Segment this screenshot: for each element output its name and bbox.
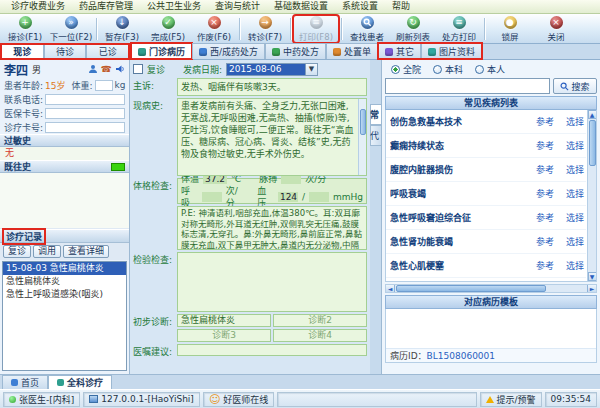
tab-current-patients[interactable]: 现诊 [1,44,44,59]
record-tabs: 门诊病历 西/成药处方 中药处方 处置单 其它 [131,43,482,59]
scrollbar-thumb[interactable] [589,120,596,166]
tab-home[interactable]: 首页 [2,375,48,389]
physical-exam-row: 体格检查: 体温 37.2 ℃ 脉搏 次/分 呼吸 次/分 [133,178,367,250]
reference-link[interactable]: 参考 [536,139,554,152]
diagnosis-1-field[interactable]: 急性扁桃体炎 [177,314,271,327]
alert-status[interactable]: 提示/预警 [480,392,542,407]
reference-link[interactable]: 参考 [536,259,554,272]
recall-button[interactable]: 调用 [33,245,61,258]
select-link[interactable]: 选择 [566,115,584,128]
textarea-scrollbar[interactable] [358,99,366,175]
chief-complaint-field[interactable]: 发热、咽痛伴有咳嗽3天。 [177,78,367,96]
scope-option-hospital[interactable]: 全院 [391,63,421,76]
weight-input[interactable] [95,80,113,91]
scroll-left-icon[interactable]: ◄ [386,285,395,292]
scroll-right-icon[interactable]: ► [587,285,596,292]
revisit-checkbox[interactable] [133,64,143,74]
scope-option-department[interactable]: 本科 [433,63,463,76]
menu-item-query-stats[interactable]: 查询与统计 [208,0,267,13]
disease-name: 急性肾功能衰竭 [390,235,524,248]
refer-button[interactable]: → 转诊(F7) [242,15,288,43]
scrollbar-thumb[interactable] [396,285,546,292]
receive-patient-button[interactable]: + 接诊(F1) [2,15,48,43]
next-patient-button[interactable]: » 下一位(F2) [48,15,94,43]
radio-icon [433,65,442,74]
onset-date-select[interactable]: 2015-08-06 ▼ [226,63,318,76]
find-patient-button[interactable]: 查找患者 [344,15,390,43]
tab-chinese-rx[interactable]: 中药处方 [265,43,326,59]
scope-option-personal[interactable]: 本人 [475,63,505,76]
tab-general-clinic[interactable]: 全科诊疗 [48,375,112,389]
disease-search-input[interactable] [385,78,550,94]
reference-link[interactable]: 参考 [536,187,554,200]
menu-item-help[interactable]: 帮助 [385,0,417,13]
side-tab-common[interactable]: 常 [370,104,382,125]
menu-item-inventory[interactable]: 药品库存管理 [72,0,140,13]
diagnosis-4-field[interactable]: 诊断4 [273,329,367,342]
view-detail-button[interactable]: 查看详细 [63,245,109,258]
menu-item-billing[interactable]: 诊疗收费业务 [4,0,72,13]
menu-item-system[interactable]: 系统设置 [335,0,385,13]
finish-button[interactable]: ✓ 完成(F5) [145,15,191,43]
select-link[interactable]: 选择 [566,211,584,224]
select-link[interactable]: 选择 [566,163,584,176]
tab-western-rx[interactable]: 西/成药处方 [192,43,265,59]
select-link[interactable]: 选择 [566,139,584,152]
lab-exam-field[interactable] [177,252,367,312]
record-id-row[interactable]: 病历ID： BL1508060001 [386,348,596,362]
online-dot-icon [9,396,16,403]
phone-icon[interactable]: ☎ [101,64,112,74]
past-history-area[interactable] [0,173,129,229]
tab-other[interactable]: 其它 [378,43,421,59]
reference-link[interactable]: 参考 [536,211,554,224]
select-link[interactable]: 选择 [566,259,584,272]
chevron-down-icon[interactable]: ▼ [305,64,317,75]
reference-link[interactable]: 参考 [536,163,554,176]
present-illness-field[interactable]: 患者发病前有头痛、全身乏力,无张口困难,无寒战,无呼吸困难,无高热、抽搐(惊厥)… [177,98,367,176]
tab-finished-patients[interactable]: 已诊 [86,44,129,59]
diagnosis-2-field[interactable]: 诊断2 [273,314,367,327]
physical-exam-field[interactable]: P.E: 神清语利,咽部充血,体温380℃。耳:双耳廓对称无畸形,外耳道无红肿,… [177,206,367,250]
lock-screen-button[interactable]: ● 锁屏 [487,15,533,43]
tab-disposal-sheet[interactable]: 处置单 [326,43,378,59]
toolbar-separator [484,18,485,40]
hold-button[interactable]: ↓ 暂存(F3) [99,15,145,43]
rx-print-button[interactable]: ≡ 处方打印 [436,15,482,43]
phone-input[interactable] [45,94,125,105]
diagnosis-3-field[interactable]: 诊断3 [177,329,271,342]
reference-link[interactable]: 参考 [536,235,554,248]
vertical-scrollbar[interactable]: ▲ ▼ [587,110,596,281]
select-link[interactable]: 选择 [566,235,584,248]
revisit-button[interactable]: 复诊 [3,245,31,258]
print-button[interactable]: ≡ 打印(F8) [293,15,339,43]
resp-value[interactable] [202,192,222,202]
clinic-card-input[interactable] [45,122,125,133]
search-button[interactable]: 搜索 [553,78,597,94]
scrollbar-thumb[interactable] [360,109,366,135]
tab-outpatient-record[interactable]: 门诊病历 [131,43,192,59]
scroll-down-icon[interactable]: ▼ [588,272,597,281]
select-link[interactable]: 选择 [566,187,584,200]
save-draft-icon: ↓ [116,16,129,29]
speaker-icon[interactable] [115,64,125,74]
record-list-item[interactable]: 15-08-03 急性扁桃体炎 [3,262,126,275]
reference-link[interactable]: 参考 [536,115,554,128]
menu-item-public-health[interactable]: 公共卫生业务 [140,0,208,13]
menu-item-base-data[interactable]: 基础数据设置 [267,0,335,13]
patient-gender: 男 [32,63,41,76]
close-button[interactable]: × 关闭 [533,15,579,43]
bp-diastolic-value[interactable] [309,192,329,202]
bp-systolic-value[interactable]: 124 [278,192,298,202]
record-list-item[interactable]: 急性上呼吸道感染(咽炎) [3,288,126,301]
insurance-input[interactable] [45,108,125,119]
side-tab-agent[interactable]: 代 [370,125,382,146]
tab-image-data[interactable]: 图片资料 [421,43,482,59]
refresh-list-button[interactable]: ↻ 刷新列表 [390,15,436,43]
record-list-item[interactable]: 急性扁桃体炎 [3,275,126,288]
scroll-up-icon[interactable]: ▲ [588,110,597,119]
vitals-box[interactable]: 体温 37.2 ℃ 脉搏 次/分 呼吸 次/分 血压 124 / [177,178,367,204]
tab-waiting-patients[interactable]: 待诊 [44,44,87,59]
horizontal-scrollbar[interactable]: ◄ ► [385,284,597,293]
void-button[interactable]: × 作废(F6) [191,15,237,43]
advice-field[interactable] [177,344,367,356]
